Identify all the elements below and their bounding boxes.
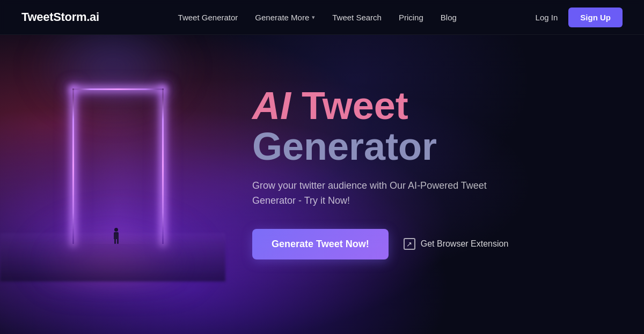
hero-actions: Generate Tweet Now! ↗ Get Browser Extens… (252, 229, 564, 259)
hero-title: AI Tweet Generator (252, 86, 564, 167)
generate-tweet-button[interactable]: Generate Tweet Now! (252, 229, 389, 259)
main-navigation: TweetStorm.ai Tweet Generator Generate M… (0, 0, 644, 35)
hero-section: AI Tweet Generator Grow your twitter aud… (0, 35, 644, 334)
ground-reflection (0, 233, 225, 281)
nav-links: Tweet Generator Generate More ▾ Tweet Se… (178, 13, 457, 22)
nav-auth: Log In Sign Up (536, 8, 623, 27)
nav-item-pricing[interactable]: Pricing (399, 13, 423, 22)
hero-subtitle: Grow your twitter audience with Our AI-P… (252, 179, 499, 209)
browser-extension-button[interactable]: ↗ Get Browser Extension (404, 238, 509, 250)
hero-title-generator: Generator (252, 125, 437, 168)
hero-content: AI Tweet Generator Grow your twitter aud… (252, 86, 564, 259)
chevron-down-icon: ▾ (312, 14, 315, 21)
nav-item-tweet-search[interactable]: Tweet Search (332, 13, 382, 22)
nav-item-tweet-generator[interactable]: Tweet Generator (178, 13, 238, 22)
signup-button[interactable]: Sign Up (568, 8, 623, 27)
nav-item-blog[interactable]: Blog (441, 13, 457, 22)
login-button[interactable]: Log In (536, 13, 558, 22)
external-link-icon: ↗ (404, 238, 415, 250)
hero-title-tweet: Tweet (302, 84, 408, 127)
nav-item-generate-more[interactable]: Generate More ▾ (255, 13, 315, 22)
hero-title-ai: AI (252, 84, 291, 127)
logo[interactable]: TweetStorm.ai (21, 10, 99, 24)
portal-container (43, 88, 193, 281)
